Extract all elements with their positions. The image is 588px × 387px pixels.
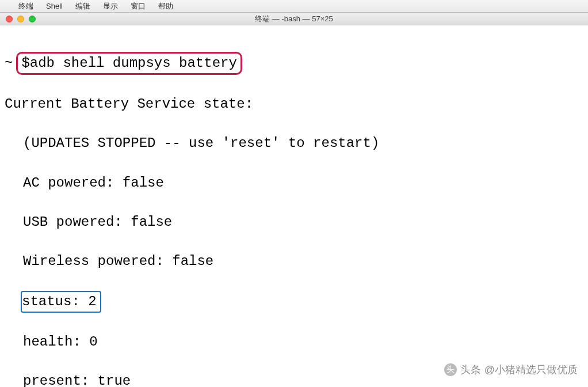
output-wireless: Wireless powered: false: [5, 252, 213, 271]
window-titlebar: 终端 — -bash — 57×25: [0, 13, 588, 25]
maximize-icon[interactable]: [29, 16, 36, 22]
output-ac: AC powered: false: [5, 173, 164, 193]
command-text: adb shell dumpsys battery: [30, 55, 237, 71]
menu-view[interactable]: 显示: [103, 1, 118, 12]
command-line: ~ $adb shell dumpsys battery: [5, 52, 583, 75]
prompt-dollar: $: [21, 55, 29, 71]
menu-edit[interactable]: 编辑: [75, 1, 90, 12]
menu-help[interactable]: 帮助: [158, 1, 173, 12]
output-header: Current Battery Service state:: [5, 94, 583, 114]
command-highlight: $adb shell dumpsys battery: [16, 52, 242, 75]
output-status-highlight: status: 2: [21, 291, 101, 313]
watermark-icon: 头: [444, 363, 457, 376]
close-icon[interactable]: [6, 16, 13, 22]
menu-window[interactable]: 窗口: [131, 1, 146, 12]
watermark: 头 头条 @小猪精选只做优质: [444, 363, 578, 377]
minimize-icon[interactable]: [17, 16, 24, 22]
output-health: health: 0: [5, 332, 98, 352]
output-usb: USB powered: false: [5, 213, 172, 232]
menu-terminal[interactable]: 终端: [18, 1, 33, 12]
prompt-path: ~: [5, 54, 16, 73]
traffic-lights: [0, 16, 36, 22]
terminal-body[interactable]: ~ $adb shell dumpsys battery Current Bat…: [0, 25, 588, 387]
output-present: present: true: [5, 371, 131, 387]
output-note: (UPDATES STOPPED -- use 'reset' to resta…: [5, 134, 379, 153]
output-status: status: 2: [22, 294, 97, 309]
watermark-label: 头条: [460, 363, 481, 377]
window-title: 终端 — -bash — 57×25: [255, 14, 333, 24]
macos-menubar: 终端 Shell 编辑 显示 窗口 帮助: [0, 0, 588, 13]
watermark-handle: @小猪精选只做优质: [484, 363, 578, 377]
menu-shell[interactable]: Shell: [46, 2, 63, 10]
